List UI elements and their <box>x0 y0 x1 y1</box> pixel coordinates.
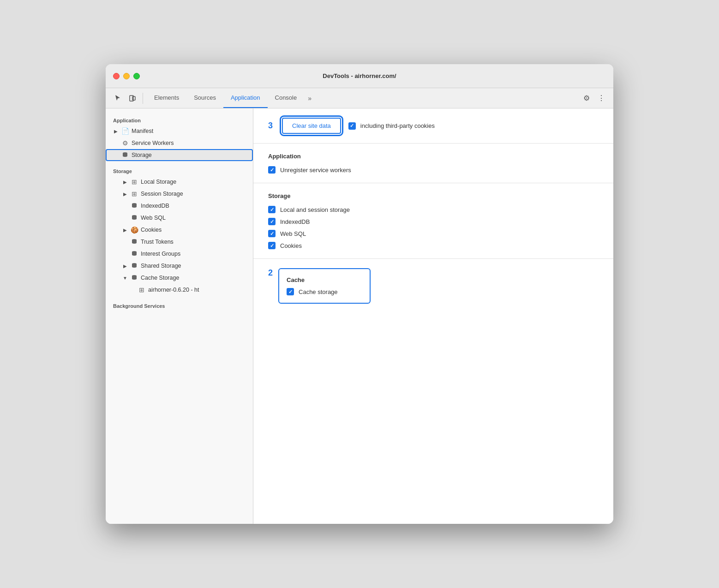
tab-application[interactable]: Application <box>223 88 268 108</box>
tab-more[interactable]: » <box>304 95 315 102</box>
minimize-button[interactable] <box>123 73 130 79</box>
sidebar-label-web-sql: Web SQL <box>141 215 166 221</box>
arrow-icon <box>113 128 119 134</box>
sidebar-item-local-storage[interactable]: ⊞ Local Storage <box>106 176 253 188</box>
sidebar-item-storage[interactable]: Storage <box>106 149 253 161</box>
indexeddb-row: IndexedDB <box>268 218 599 225</box>
web-sql-checkbox[interactable] <box>268 230 276 237</box>
cookies-row: Cookies <box>268 242 599 249</box>
close-button[interactable] <box>113 73 120 79</box>
sidebar-label-manifest: Manifest <box>132 128 153 134</box>
cache-storage-icon <box>131 274 138 282</box>
storage-icon <box>121 151 129 159</box>
arrow-placeholder <box>113 152 119 158</box>
device-icon[interactable] <box>126 92 139 105</box>
sidebar-item-indexeddb[interactable]: IndexedDB <box>106 200 253 212</box>
toolbar-separator <box>143 93 143 104</box>
cache-section-outer: 2 Cache Cache storage <box>253 259 613 313</box>
sidebar-item-shared-storage[interactable]: Shared Storage <box>106 260 253 272</box>
devtools-window: DevTools - airhorner.com/ Elements Sourc… <box>106 64 613 524</box>
tab-console[interactable]: Console <box>268 88 305 108</box>
content-panel: 3 Clear site data including third-party … <box>253 108 613 524</box>
shared-storage-icon <box>131 262 138 270</box>
sidebar-storage-section: Storage <box>106 165 253 176</box>
settings-icon[interactable]: ⚙ <box>580 92 593 105</box>
toolbar-tabs: Elements Sources Application Console » <box>147 88 578 108</box>
manifest-icon: 📄 <box>121 127 129 135</box>
cookies-label: Cookies <box>280 242 302 249</box>
session-storage-icon: ⊞ <box>131 190 138 198</box>
indexeddb-label: IndexedDB <box>280 218 310 225</box>
arrow-placeholder <box>122 239 128 245</box>
local-storage-icon: ⊞ <box>131 178 138 186</box>
sidebar-app-section: Application <box>106 114 253 125</box>
service-workers-icon: ⚙ <box>121 139 129 147</box>
arrow-placeholder <box>130 287 135 293</box>
title-bar: DevTools - airhorner.com/ <box>106 64 613 88</box>
sidebar-item-trust-tokens[interactable]: Trust Tokens <box>106 236 253 248</box>
traffic-lights <box>113 73 140 79</box>
toolbar-right: ⚙ ⋮ <box>580 92 608 105</box>
unregister-sw-label: Unregister service workers <box>280 167 351 174</box>
airhorner-icon: ⊞ <box>138 286 145 294</box>
sidebar-label-indexeddb: IndexedDB <box>141 203 169 209</box>
app-section-title: Application <box>268 153 599 160</box>
sidebar-label-shared-storage: Shared Storage <box>141 263 181 269</box>
num-label-3: 3 <box>268 121 273 131</box>
sidebar-item-cookies[interactable]: 🍪 Cookies <box>106 224 253 236</box>
unregister-sw-row: Unregister service workers <box>268 166 599 174</box>
sidebar-item-manifest[interactable]: 📄 Manifest <box>106 125 253 137</box>
cache-storage-checkbox[interactable] <box>287 288 294 295</box>
third-party-checkbox[interactable] <box>348 122 356 130</box>
cookies-checkbox[interactable] <box>268 242 276 249</box>
sidebar-label-local-storage: Local Storage <box>141 179 176 185</box>
sidebar-label-session-storage: Session Storage <box>141 191 183 197</box>
arrow-right-icon <box>122 263 128 269</box>
sidebar-label-service-workers: Service Workers <box>132 140 174 146</box>
web-sql-row: Web SQL <box>268 230 599 237</box>
sidebar-item-cache-storage[interactable]: Cache Storage <box>106 272 253 284</box>
sidebar-item-service-workers[interactable]: ⚙ Service Workers <box>106 137 253 149</box>
arrow-placeholder <box>113 140 119 146</box>
sidebar-item-web-sql[interactable]: Web SQL <box>106 212 253 224</box>
web-sql-label: Web SQL <box>280 230 306 237</box>
local-session-checkbox[interactable] <box>268 206 276 213</box>
sidebar-label-storage: Storage <box>132 152 152 158</box>
cursor-icon[interactable] <box>111 92 124 105</box>
sidebar: Application 📄 Manifest ⚙ Service Workers <box>106 108 253 524</box>
window-title: DevTools - airhorner.com/ <box>323 72 396 79</box>
third-party-checkbox-row: including third-party cookies <box>348 122 435 130</box>
tab-elements[interactable]: Elements <box>147 88 186 108</box>
sidebar-item-session-storage[interactable]: ⊞ Session Storage <box>106 188 253 200</box>
sidebar-label-interest-groups: Interest Groups <box>141 251 180 257</box>
cache-storage-row: Cache storage <box>287 288 362 295</box>
clear-site-data-button[interactable]: Clear site data <box>282 118 341 134</box>
web-sql-icon <box>131 214 138 222</box>
sidebar-label-trust-tokens: Trust Tokens <box>141 239 174 245</box>
sidebar-item-airhorner[interactable]: ⊞ airhorner-0.6.20 - ht <box>106 284 253 296</box>
sidebar-label-airhorner: airhorner-0.6.20 - ht <box>148 287 199 293</box>
sidebar-label-cookies: Cookies <box>141 227 162 233</box>
maximize-button[interactable] <box>133 73 140 79</box>
sidebar-item-interest-groups[interactable]: Interest Groups <box>106 248 253 260</box>
toolbar: Elements Sources Application Console » ⚙… <box>106 88 613 108</box>
sidebar-bg-section: Background Services <box>106 300 253 311</box>
cookies-icon: 🍪 <box>131 226 138 234</box>
arrow-placeholder <box>122 251 128 257</box>
arrow-right-icon <box>122 227 128 233</box>
more-icon[interactable]: ⋮ <box>595 92 608 105</box>
third-party-label: including third-party cookies <box>360 122 435 129</box>
local-session-row: Local and session storage <box>268 206 599 213</box>
unregister-sw-checkbox[interactable] <box>268 166 276 174</box>
indexeddb-checkbox[interactable] <box>268 218 276 225</box>
arrow-placeholder <box>122 203 128 209</box>
tab-sources[interactable]: Sources <box>186 88 223 108</box>
indexeddb-icon <box>131 202 138 210</box>
arrow-placeholder <box>122 215 128 221</box>
cache-section-title: Cache <box>287 276 362 283</box>
interest-groups-icon <box>131 250 138 258</box>
num-label-2: 2 <box>268 268 273 278</box>
cache-storage-label: Cache storage <box>299 288 338 295</box>
arrow-right-icon <box>122 179 128 185</box>
main-layout: Application 📄 Manifest ⚙ Service Workers <box>106 108 613 524</box>
